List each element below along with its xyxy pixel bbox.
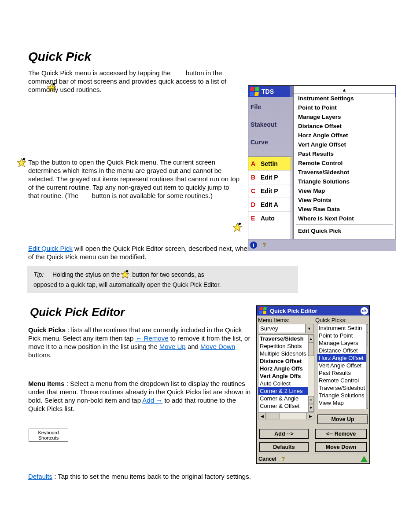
popup-item[interactable]: Remote Control <box>294 158 395 168</box>
menu-dropdown[interactable]: Survey ▼ <box>258 324 313 333</box>
movedown-link[interactable]: Move Down <box>200 343 235 350</box>
popup-item[interactable]: View Points <box>294 195 395 205</box>
list-item[interactable]: Vert Angle Offs <box>258 372 308 380</box>
row-letter: B <box>251 174 261 181</box>
list-item[interactable]: Corner & Angle <box>258 395 308 402</box>
menu-curve[interactable]: Curve <box>251 139 290 146</box>
popup-item[interactable]: Instrument Settings <box>294 94 395 103</box>
list-item[interactable]: Corner & 2 Lines <box>258 387 308 395</box>
popup-item[interactable]: Past Results <box>294 149 395 158</box>
list-item[interactable]: Horz Angle Offset <box>317 354 366 362</box>
list-item[interactable]: Multiple Sideshots <box>258 350 308 357</box>
scroll-down-icon[interactable]: ▼ <box>308 404 314 412</box>
list-item[interactable]: Traverse/Sidesh <box>258 335 308 342</box>
star-icon <box>17 158 26 168</box>
list-item[interactable]: Distance Offset <box>258 357 308 365</box>
popup-item[interactable]: View Raw Data <box>294 205 395 214</box>
list-item[interactable]: Auto Collect <box>258 380 308 387</box>
popup-item-edit[interactable]: Edit Quick Pick <box>294 226 395 235</box>
text: Tap the <box>28 158 52 166</box>
popup-item[interactable]: Triangle Solutions <box>294 177 395 186</box>
tds-screenshot: TDS File Stakeout Curve ASettinBEdit PCE… <box>248 85 396 251</box>
scroll-right-icon[interactable]: ▶ <box>306 413 314 419</box>
window-title: Quick Pick Editor <box>270 308 317 314</box>
tip-box: Tip: Holding the stylus on the button fo… <box>27 266 298 293</box>
text: The Quick Pick menu is accessed by tappi… <box>28 69 173 77</box>
edit-quickpick-link[interactable]: Edit Quick Pick <box>28 245 73 252</box>
list-row[interactable]: ASettin <box>248 157 292 171</box>
dropdown-value: Survey <box>260 325 278 332</box>
list-item[interactable]: Repetition Shots <box>258 342 308 350</box>
list-item[interactable]: Manage Layers <box>317 339 366 347</box>
windows-icon <box>250 87 259 96</box>
popup-item[interactable]: Traverse/Sideshot <box>294 168 395 177</box>
info-icon[interactable]: i <box>250 242 257 249</box>
scrollbar-v[interactable]: ▲ ▼ <box>366 324 368 409</box>
help-icon[interactable]: ? <box>281 456 285 462</box>
defaults-link[interactable]: Defaults <box>28 473 52 480</box>
menu-file[interactable]: File <box>251 103 290 110</box>
row-letter: D <box>251 201 261 208</box>
movedown-button[interactable]: Move Down <box>315 442 367 452</box>
popup-item[interactable]: View Map <box>294 186 395 195</box>
popup-item[interactable]: Manage Layers <box>294 112 395 121</box>
chevron-down-icon[interactable]: ▼ <box>305 324 313 333</box>
scroll-left-icon[interactable]: ◀ <box>258 413 266 419</box>
list-row[interactable]: BEdit P <box>248 171 292 184</box>
list-item[interactable]: View Map <box>317 399 366 407</box>
popup-item[interactable]: Distance Offset <box>294 121 395 131</box>
list-item[interactable]: Point to Point <box>317 332 366 339</box>
scroll-thumb[interactable] <box>367 332 368 345</box>
label-menuitems: Menu Items: <box>258 317 315 323</box>
text-menuitems: Menu Items : Select a menu from the drop… <box>28 379 253 413</box>
star-icon <box>232 223 242 232</box>
scroll-up-icon[interactable]: ▲ <box>308 335 314 343</box>
list-row[interactable]: CEdit P <box>248 184 292 198</box>
scrollbar-h[interactable]: ◀ ▶ <box>258 412 314 419</box>
heading-qpe: Quick Pick Editor <box>30 308 125 316</box>
text: and <box>188 343 200 350</box>
scroll-up-icon[interactable]: ▲ <box>294 86 395 94</box>
menu-stakeout[interactable]: Stakeout <box>251 121 290 128</box>
remove-link[interactable]: ← Remove <box>135 334 168 342</box>
heading-quickpick: Quick Pick <box>28 52 91 61</box>
list-item[interactable]: Distance Offset <box>317 347 366 354</box>
scroll-up-icon[interactable]: ▲ <box>367 324 368 332</box>
moveup-button[interactable]: Move Up <box>317 415 368 424</box>
list-item[interactable]: Traverse/Sideshot <box>317 384 366 392</box>
cancel-button[interactable]: Cancel <box>258 456 276 462</box>
list-item[interactable]: Triangle Solutions <box>317 392 366 399</box>
text: Quick Picks <box>28 326 66 334</box>
list-row[interactable]: DEdit A <box>248 198 292 212</box>
list-row[interactable]: EAuto <box>248 212 292 225</box>
scrollbar-v[interactable]: ▲ ≡ ▼ <box>308 335 314 412</box>
defaults-button[interactable]: Defaults <box>259 442 309 452</box>
popup-item[interactable]: Vert Angle Offset <box>294 140 395 149</box>
keyboard-shortcuts-label: Keyboard Shortcuts <box>29 429 68 442</box>
list-item[interactable]: Corner & Offset <box>258 402 308 410</box>
list-item[interactable]: Past Results <box>317 369 366 377</box>
popup-item[interactable]: Horz Angle Offset <box>294 131 395 140</box>
remove-button[interactable]: <-- Remove <box>315 429 367 439</box>
list-item[interactable]: Remote Control <box>317 377 366 384</box>
scroll-thumb[interactable] <box>308 343 314 356</box>
list-item[interactable]: Horz Angle Offs <box>258 365 308 372</box>
moveup-link[interactable]: Move Up <box>159 343 186 350</box>
scroll-down-icon[interactable]: ▼ <box>367 401 368 409</box>
popup-item[interactable]: Where Is Next Point <box>294 214 395 223</box>
ok-button[interactable]: ok <box>361 307 368 315</box>
text: button is not available for some routine… <box>92 192 213 199</box>
quickpicks-list[interactable]: Instrument SettinPoint to PointManage La… <box>317 324 368 409</box>
row-text: Settin <box>261 160 278 167</box>
help-icon[interactable]: ? <box>261 242 268 249</box>
quick-access-icon[interactable] <box>361 456 368 462</box>
tip-label: Tip: <box>33 271 49 278</box>
menuitems-list[interactable]: Traverse/SideshRepetition ShotsMultiple … <box>258 334 314 412</box>
add-button[interactable]: Add --> <box>259 429 309 439</box>
titlebar: Quick Pick Editor ok <box>257 306 369 316</box>
add-link[interactable]: Add → <box>142 396 162 404</box>
scroll-thumb[interactable] <box>266 413 280 419</box>
list-item[interactable]: Instrument Settin <box>317 324 366 332</box>
list-item[interactable]: Vert Angle Offset <box>317 362 366 369</box>
popup-item[interactable]: Point to Point <box>294 103 395 112</box>
